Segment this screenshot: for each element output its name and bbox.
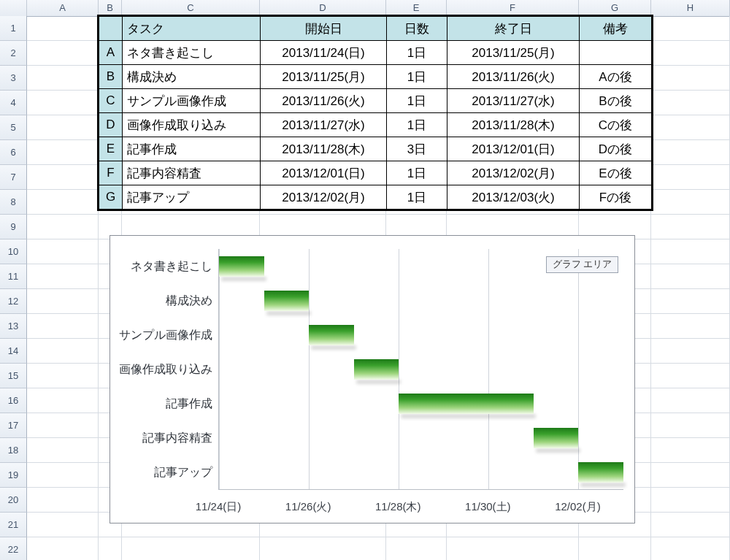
row-header[interactable]: 1 <box>0 16 27 41</box>
cell[interactable] <box>27 413 99 438</box>
cell[interactable] <box>651 41 730 66</box>
cell-end[interactable]: 2013/11/25(月) <box>447 41 580 65</box>
chart-bar[interactable] <box>219 256 264 277</box>
cell-task[interactable]: 画像作成取り込み <box>123 113 261 137</box>
cell-note[interactable]: Bの後 <box>580 89 652 113</box>
cell[interactable] <box>651 264 730 289</box>
table-row[interactable]: F 記事内容精査 2013/12/01(日) 1日 2013/12/02(月) … <box>99 161 652 185</box>
row-header[interactable]: 4 <box>0 91 27 115</box>
cell[interactable] <box>27 314 99 339</box>
cell-start[interactable]: 2013/12/01(日) <box>261 161 387 185</box>
cell-task[interactable]: ネタ書き起こし <box>123 41 261 65</box>
cell[interactable] <box>651 91 730 115</box>
cell[interactable] <box>651 513 730 537</box>
cell[interactable] <box>27 115 99 140</box>
chart-bar[interactable] <box>399 394 534 414</box>
cell[interactable] <box>651 289 730 314</box>
cell-id[interactable]: F <box>99 161 123 185</box>
cell[interactable] <box>447 537 579 560</box>
cell[interactable] <box>27 16 99 41</box>
row-header[interactable]: 16 <box>0 388 27 413</box>
cell-days[interactable]: 1日 <box>387 89 447 113</box>
cell-days[interactable]: 1日 <box>387 65 447 89</box>
row-header[interactable]: 8 <box>0 190 27 215</box>
cell-end[interactable]: 2013/12/03(火) <box>447 185 580 210</box>
cell-start[interactable]: 2013/11/26(火) <box>261 89 387 113</box>
cell[interactable] <box>651 413 730 438</box>
cell[interactable] <box>27 215 99 239</box>
cell[interactable] <box>386 537 447 560</box>
cell-end[interactable]: 2013/11/28(木) <box>447 113 580 137</box>
cell[interactable] <box>260 537 386 560</box>
task-table[interactable]: タスク 開始日 日数 終了日 備考 A ネタ書き起こし 2013/11/24(日… <box>99 16 652 210</box>
cell-note[interactable] <box>580 41 652 65</box>
cell[interactable] <box>27 388 99 413</box>
col-header-C[interactable]: C <box>122 0 260 16</box>
cell-days[interactable]: 1日 <box>387 185 447 210</box>
col-header-H[interactable]: H <box>651 0 730 16</box>
cell[interactable] <box>651 190 730 215</box>
cell-id[interactable]: B <box>99 65 123 89</box>
row-header[interactable]: 17 <box>0 413 27 438</box>
table-row[interactable]: B 構成決め 2013/11/25(月) 1日 2013/11/26(火) Aの… <box>99 65 652 89</box>
row-header[interactable]: 2 <box>0 41 27 66</box>
cell-days[interactable]: 3日 <box>387 137 447 161</box>
cell-start[interactable]: 2013/11/28(木) <box>261 137 387 161</box>
cell-start[interactable]: 2013/11/24(日) <box>261 41 387 65</box>
cell[interactable] <box>27 513 99 537</box>
cell[interactable] <box>651 488 730 513</box>
row-header[interactable]: 3 <box>0 66 27 91</box>
cell[interactable] <box>27 463 99 488</box>
row-header[interactable]: 14 <box>0 339 27 364</box>
cell-note[interactable]: Dの後 <box>580 137 652 161</box>
select-all-corner[interactable] <box>0 0 27 16</box>
cell[interactable] <box>651 215 730 239</box>
row-header[interactable]: 11 <box>0 264 27 289</box>
cell-task[interactable]: 記事アップ <box>123 185 261 210</box>
cell[interactable] <box>99 537 122 560</box>
cell-id[interactable]: C <box>99 89 123 113</box>
cell[interactable] <box>651 314 730 339</box>
cell[interactable] <box>579 537 651 560</box>
cell[interactable] <box>651 537 730 560</box>
chart-bar[interactable] <box>534 428 579 448</box>
table-row[interactable]: E 記事作成 2013/11/28(木) 3日 2013/12/01(日) Dの… <box>99 137 652 161</box>
cell-end[interactable]: 2013/12/02(月) <box>447 161 580 185</box>
cell-start[interactable]: 2013/11/25(月) <box>261 65 387 89</box>
cell[interactable] <box>651 339 730 364</box>
cell-id[interactable]: A <box>99 41 123 65</box>
cell[interactable] <box>27 41 99 66</box>
cell[interactable] <box>651 463 730 488</box>
gantt-chart[interactable]: グラフ エリア 11/24(日)11/26(火)11/28(木)11/30(土)… <box>110 235 635 523</box>
cell[interactable] <box>651 165 730 190</box>
cell[interactable] <box>27 165 99 190</box>
row-header[interactable]: 13 <box>0 314 27 339</box>
row-header[interactable]: 9 <box>0 215 27 239</box>
cell[interactable] <box>27 190 99 215</box>
cell-end[interactable]: 2013/11/27(水) <box>447 89 580 113</box>
row-header[interactable]: 7 <box>0 165 27 190</box>
cell-note[interactable]: Eの後 <box>580 161 652 185</box>
cell[interactable] <box>27 140 99 165</box>
col-header-F[interactable]: F <box>447 0 579 16</box>
row-header[interactable]: 19 <box>0 463 27 488</box>
col-header-A[interactable]: A <box>27 0 99 16</box>
cell-task[interactable]: 構成決め <box>123 65 261 89</box>
cell[interactable] <box>651 16 730 41</box>
row-header[interactable]: 18 <box>0 438 27 463</box>
cell-end[interactable]: 2013/11/26(火) <box>447 65 580 89</box>
cell-start[interactable]: 2013/11/27(水) <box>261 113 387 137</box>
cell-task[interactable]: 記事作成 <box>123 137 261 161</box>
cell-end[interactable]: 2013/12/01(日) <box>447 137 580 161</box>
cell[interactable] <box>651 115 730 140</box>
table-row[interactable]: G 記事アップ 2013/12/02(月) 1日 2013/12/03(火) F… <box>99 185 652 210</box>
cell[interactable] <box>27 66 99 91</box>
cell[interactable] <box>651 388 730 413</box>
cell[interactable] <box>27 264 99 289</box>
col-header-E[interactable]: E <box>386 0 447 16</box>
row-header[interactable]: 12 <box>0 289 27 314</box>
cell[interactable] <box>27 488 99 513</box>
cell[interactable] <box>27 537 99 560</box>
cell-task[interactable]: サンプル画像作成 <box>123 89 261 113</box>
cell-note[interactable]: Fの後 <box>580 185 652 210</box>
